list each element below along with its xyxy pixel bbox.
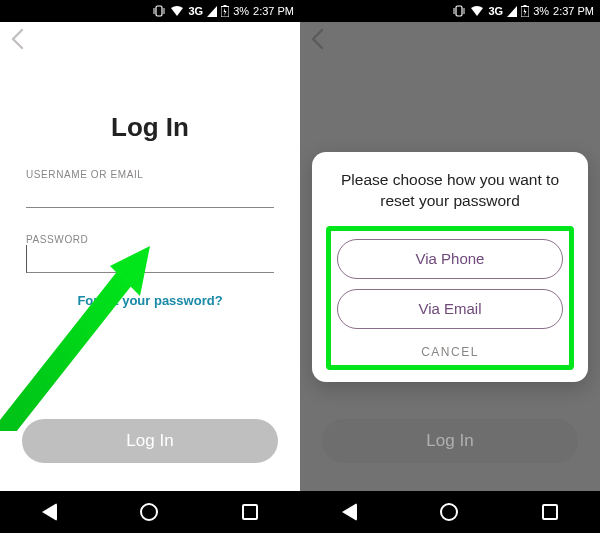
login-button[interactable]: Log In: [22, 419, 278, 463]
cancel-button[interactable]: CANCEL: [337, 339, 563, 361]
nav-recents-icon[interactable]: [542, 504, 558, 520]
phone-right: 3G 3% 2:37 PM Log In Please choose how y…: [300, 0, 600, 533]
nav-back-icon[interactable]: [342, 503, 357, 521]
svg-rect-9: [524, 5, 527, 7]
modal-title: Please choose how you want to reset your…: [326, 170, 574, 212]
nav-back-icon[interactable]: [42, 503, 57, 521]
page-title: Log In: [26, 112, 274, 143]
signal-icon: [507, 6, 517, 17]
annotation-highlight: Via Phone Via Email CANCEL: [326, 226, 574, 370]
username-label: USERNAME OR EMAIL: [26, 169, 274, 180]
status-bar: 3G 3% 2:37 PM: [0, 0, 300, 22]
battery-pct: 3%: [533, 5, 549, 17]
clock: 2:37 PM: [553, 5, 594, 17]
svg-rect-4: [224, 5, 227, 7]
battery-icon: [221, 5, 229, 17]
forgot-password-link[interactable]: Forgot your password?: [26, 293, 274, 308]
phone-left: 3G 3% 2:37 PM Log In USERNAME OR EMAIL P…: [0, 0, 300, 533]
nav-recents-icon[interactable]: [242, 504, 258, 520]
password-input[interactable]: [26, 245, 274, 273]
signal-icon: [207, 6, 217, 17]
vibrate-icon: [452, 5, 466, 17]
svg-rect-0: [156, 6, 162, 16]
network-label: 3G: [488, 5, 503, 17]
status-bar: 3G 3% 2:37 PM: [300, 0, 600, 22]
clock: 2:37 PM: [253, 5, 294, 17]
wifi-icon: [170, 6, 184, 17]
app-area: Log In Please choose how you want to res…: [300, 22, 600, 491]
svg-rect-5: [456, 6, 462, 16]
nav-home-icon[interactable]: [140, 503, 158, 521]
app-area: Log In USERNAME OR EMAIL PASSWORD Forgot…: [0, 22, 300, 491]
login-button-dimmed: Log In: [322, 419, 578, 463]
via-phone-button[interactable]: Via Phone: [337, 239, 563, 279]
wifi-icon: [470, 6, 484, 17]
nav-home-icon[interactable]: [440, 503, 458, 521]
via-email-button[interactable]: Via Email: [337, 289, 563, 329]
battery-pct: 3%: [233, 5, 249, 17]
reset-password-modal: Please choose how you want to reset your…: [312, 152, 588, 382]
vibrate-icon: [152, 5, 166, 17]
network-label: 3G: [188, 5, 203, 17]
username-input[interactable]: [26, 180, 274, 208]
back-button[interactable]: [10, 28, 24, 50]
password-label: PASSWORD: [26, 234, 274, 245]
battery-icon: [521, 5, 529, 17]
android-nav-bar: [300, 491, 600, 533]
android-nav-bar: [0, 491, 300, 533]
back-button: [310, 28, 324, 50]
